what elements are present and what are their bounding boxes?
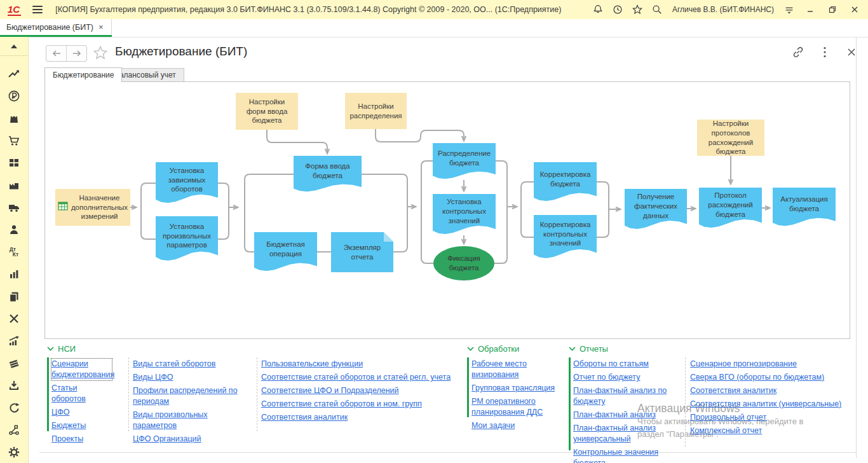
truck-icon[interactable] — [3, 196, 25, 218]
link-plan-faktnyy-analiz-universalnyy[interactable]: План-фактный анализ универсальный — [573, 423, 682, 445]
window-title-bar: 1С [КОПИЯ] Бухгалтерия предприятия, реда… — [0, 0, 868, 20]
minimize-button[interactable] — [802, 3, 818, 17]
link-kontrolnye-znacheniya-byudzheta[interactable]: Контрольные значения бюджета — [573, 447, 682, 463]
column-separator — [257, 357, 257, 431]
window-tab-bar: Бюджетирование (БИТ) × — [0, 19, 868, 38]
form-right-edge — [856, 37, 857, 458]
flow-node-nastroyki-raspredeleniya[interactable]: Настройки распределения — [345, 93, 407, 129]
link-sootvetstviya-analitik-otchet[interactable]: Соответствия аналитик — [690, 385, 843, 396]
flow-node-naznachenie-dop-izmereniy[interactable]: Назначение дополнительных измерений — [55, 189, 130, 226]
bar-chart-icon[interactable] — [3, 263, 25, 285]
analytics-growth-icon[interactable] — [3, 329, 25, 352]
search-icon[interactable] — [650, 3, 664, 17]
notifications-bell-icon[interactable] — [591, 3, 605, 17]
link-sootvetstviya-analitik-universalnye[interactable]: Соответствия аналитик (универсальные) — [690, 399, 843, 410]
tab-label: Бюджетирование (БИТ) — [6, 23, 93, 32]
link-scenarnoe-prognozirovanie[interactable]: Сценарное прогнозирование — [690, 359, 843, 370]
link-vidy-statey-oborotov[interactable]: Виды статей оборотов — [133, 359, 251, 370]
link-sootvetstviya-analitik[interactable]: Соответствия аналитик — [261, 412, 459, 423]
workflow-nodes-icon[interactable] — [3, 418, 25, 441]
link-rm-operativnogo-planirovaniya[interactable]: РМ оперативного планирования ДДС — [471, 396, 567, 418]
otchety-column-2: Сценарное прогнозирование Сверка ВГО (об… — [690, 359, 843, 439]
back-button[interactable] — [46, 46, 67, 61]
link-profili-raspredeleniy[interactable]: Профили распределений по периодам — [133, 385, 251, 407]
sections-sidebar: ДтКт — [0, 37, 29, 463]
shopping-cart-icon[interactable] — [3, 129, 25, 151]
window-title: [КОПИЯ] Бухгалтерия предприятия, редакци… — [55, 5, 561, 14]
warehouse-blocks-icon[interactable] — [3, 151, 25, 174]
get-link-icon[interactable] — [792, 46, 804, 59]
shopping-bag-icon[interactable] — [3, 107, 25, 129]
tools-icon[interactable] — [3, 307, 25, 329]
flow-node-nastroyki-protokolov[interactable]: Настройки протоколов расхождений бюджета — [697, 120, 764, 156]
sidebar-collapse-button[interactable] — [0, 37, 28, 56]
link-vidy-cfo[interactable]: Виды ЦФО — [133, 372, 251, 383]
link-oboroty-po-statyam[interactable]: Обороты по статьям — [573, 359, 682, 370]
more-actions-icon[interactable] — [818, 46, 831, 59]
application-window: 1С [КОПИЯ] Бухгалтерия предприятия, реда… — [0, 0, 868, 463]
debit-credit-icon[interactable]: ДтКт — [3, 240, 25, 263]
link-vidy-proizvolnyh-parametrov[interactable]: Виды произвольных параметров — [133, 410, 251, 431]
add-favorite-star-icon[interactable] — [93, 45, 108, 63]
flow-node-ekzemplyar-otcheta[interactable]: Экземпляр отчета — [331, 232, 393, 272]
link-polzovatelskie-funkcii[interactable]: Пользовательские функции — [261, 359, 459, 370]
money-stack-icon[interactable] — [3, 352, 25, 374]
link-byudzhety[interactable]: Бюджеты — [51, 420, 112, 431]
link-sootvetstvie-statey-regl-ucheta[interactable]: Соответствие статей оборотов и статей ре… — [261, 372, 459, 383]
history-nav — [46, 45, 87, 62]
service-menu-icon[interactable] — [782, 3, 796, 17]
obrabotki-column: Рабочее место визирования Групповая тран… — [471, 359, 567, 434]
link-moi-zadachi[interactable]: Мои задачи — [471, 420, 567, 431]
current-user[interactable]: Агличев В.В. (БИТ.ФИНАНС) — [672, 5, 774, 14]
documents-stack-icon[interactable] — [3, 285, 25, 307]
link-proekty[interactable]: Проекты — [51, 434, 112, 445]
link-proizvolnyy-otchet[interactable]: Произвольный отчет — [690, 412, 843, 423]
link-sverka-vgo[interactable]: Сверка ВГО (обороты по бюджетам) — [690, 372, 843, 383]
restore-button[interactable] — [824, 3, 841, 17]
section-header-nsi[interactable]: НСИ — [47, 344, 76, 354]
chevron-down-icon — [467, 347, 474, 351]
section-header-otchety[interactable]: Отчеты — [569, 344, 608, 354]
person-icon[interactable] — [3, 218, 25, 240]
link-cfo-organizaciy[interactable]: ЦФО Организаций — [133, 434, 251, 445]
forward-button[interactable] — [67, 46, 86, 61]
sync-circular-icon[interactable] — [3, 396, 25, 418]
ruble-coin-icon[interactable] — [3, 85, 25, 107]
gear-icon[interactable] — [3, 441, 25, 463]
main-menu-hamburger-icon[interactable] — [32, 6, 43, 13]
chevron-down-icon — [569, 347, 576, 351]
chart-line-icon[interactable] — [3, 62, 25, 85]
tab-budgeting-bit[interactable]: Бюджетирование (БИТ) × — [0, 19, 112, 35]
1c-logo: 1С — [8, 4, 21, 16]
column-separator — [685, 357, 686, 446]
section-accent-bar — [467, 357, 469, 417]
link-scenarii-byudzhetirovaniya[interactable]: Сценарии бюджетирования — [51, 359, 112, 380]
link-otchet-po-byudzhetu[interactable]: Отчет по бюджету — [573, 372, 682, 383]
section-accent-bar — [47, 357, 49, 431]
import-download-icon[interactable] — [3, 374, 25, 396]
nsi-column-1: Сценарии бюджетирования Статьи оборотов … — [51, 359, 112, 447]
otchety-column-1: Обороты по статьям Отчет по бюджету План… — [573, 359, 682, 463]
link-cfo[interactable]: ЦФО — [51, 407, 112, 418]
tab-budgeting[interactable]: Бюджетирование — [44, 67, 122, 82]
column-separator — [128, 357, 129, 431]
history-icon[interactable] — [611, 3, 625, 17]
link-kompleksnyy-otchet[interactable]: Комплексный отчет — [690, 425, 843, 436]
section-header-obrabotki[interactable]: Обработки — [467, 344, 519, 354]
factory-icon[interactable] — [3, 174, 25, 196]
link-gruppovaya-translyaciya[interactable]: Групповая трансляция — [471, 383, 567, 394]
link-rabochee-mesto-vizirovaniya[interactable]: Рабочее место визирования — [471, 359, 567, 380]
link-plan-faktnyy-analiz-po-byudzhetu[interactable]: План-фактный анализ по бюджету — [573, 385, 682, 407]
close-window-button[interactable] — [846, 3, 863, 17]
page-title: Бюджетирование (БИТ) — [115, 45, 247, 59]
link-plan-faktnyy-analiz[interactable]: План-фактный анализ — [573, 410, 682, 420]
link-sootvetstvie-cfo-podrazdeleniy[interactable]: Соответствие ЦФО и Подразделений — [261, 385, 459, 396]
link-sootvetstvie-nom-grupp[interactable]: Соответствие статей оборотов и ном. груп… — [261, 399, 459, 410]
section-accent-bar — [569, 357, 571, 450]
link-stati-oborotov[interactable]: Статьи оборотов — [51, 383, 112, 404]
favorites-star-icon[interactable] — [630, 3, 644, 17]
nsi-column-2: Виды статей оборотов Виды ЦФО Профили ра… — [133, 359, 251, 447]
flow-node-fiksaciya-byudzheta[interactable]: Фиксация бюджета — [433, 246, 494, 280]
tab-close-icon[interactable]: × — [98, 22, 104, 32]
flow-node-nastroyki-form-vvoda[interactable]: Настройки форм ввода бюджета — [236, 93, 298, 130]
